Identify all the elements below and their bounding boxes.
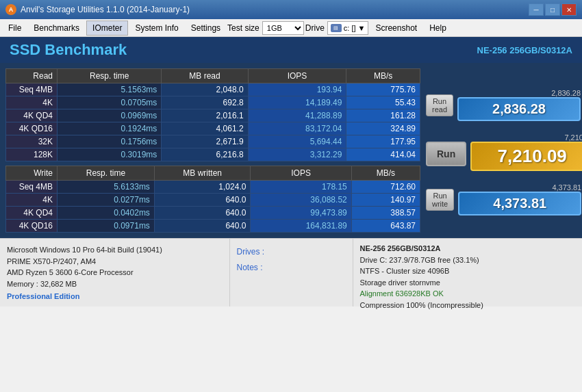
drive-button[interactable]: ▤ c: [] ▼ [327,21,369,35]
row-mbs: 177.95 [346,135,420,148]
row-label: 4K QD16 [6,220,58,233]
read-col-mbs: MB/s [346,69,420,83]
row-iops: 14,189.49 [248,96,346,109]
drive-alignment: Alignment 636928KB OK [360,288,576,300]
row-mb: 4,061.2 [162,122,248,135]
row-iops: 164,831.89 [251,220,351,233]
bottom-panel: Microsoft Windows 10 Pro 64-bit Build (1… [0,238,582,306]
run-read-button[interactable]: Run read [426,94,453,116]
row-mbs: 775.76 [346,83,420,96]
minimize-button[interactable]: ─ [529,3,544,16]
drive-detail-name: NE-256 256GB/S0312A [360,243,576,254]
row-resp: 0.0705ms [58,96,162,109]
close-button[interactable]: ✕ [561,3,577,16]
bottom-system-info: Microsoft Windows 10 Pro 64-bit Build (1… [0,239,230,306]
row-resp: 0.0971ms [58,220,155,233]
run-write-button[interactable]: Run write [426,189,454,211]
drive-label: Drive [305,23,325,33]
row-iops: 3,312.29 [248,148,346,161]
table-row: 4K QD4 0.0969ms 2,016.1 41,288.89 161.28 [6,109,420,122]
menu-iometer[interactable]: IOmeter [86,21,128,36]
read-score-section: Run read 2,836.28 2,836.28 [426,89,581,121]
sysinfo-line3: AMD Ryzen 5 3600 6-Core Processor [7,267,223,278]
row-mb: 640.0 [154,194,251,207]
write-score-section: Run write 4,373.81 4,373.81 [426,183,581,215]
write-score-box: 4,373.81 [458,192,581,215]
row-iops: 193.94 [248,83,346,96]
table-row: 32K 0.1756ms 2,671.9 5,694.44 177.95 [6,135,420,148]
drive-value: c: [] [344,24,356,32]
menu-benchmarks[interactable]: Benchmarks [28,21,85,35]
row-mb: 692.8 [162,96,248,109]
drive-detail-ntfs: NTFS - Cluster size 4096B [360,265,576,277]
run-total-row: Run 7,210.09 7,210.09 [426,133,582,171]
drive-detail-free: Drive C: 237.9/78.7GB free (33.1%) [360,254,576,266]
row-label: 4K QD16 [6,122,58,135]
drive-dropdown-icon: ▼ [358,24,366,32]
menu-screenshot[interactable]: Screenshot [370,21,422,35]
maximize-button[interactable]: □ [545,3,560,16]
table-row: 4K QD16 0.0971ms 640.0 164,831.89 643.87 [6,220,420,233]
read-score-box: 2,836.28 [457,97,581,121]
table-row: Seq 4MB 5.6133ms 1,024.0 178.15 712.60 [6,181,420,194]
write-col-label: Write [6,166,58,181]
row-label: Seq 4MB [6,181,58,194]
menu-file[interactable]: File [3,21,27,35]
app-icon: A [5,4,16,15]
window-controls: ─ □ ✕ [529,3,577,16]
row-resp: 0.0277ms [58,194,155,207]
read-col-label: Read [6,69,58,83]
row-mb: 1,024.0 [154,181,251,194]
table-row: Seq 4MB 5.1563ms 2,048.0 193.94 775.76 [6,83,420,96]
bench-table: Read Resp. time MB read IOPS MB/s Seq 4M… [5,68,420,233]
menu-sysinfo[interactable]: System Info [129,21,184,35]
row-mb: 640.0 [154,220,251,233]
row-mb: 640.0 [154,207,251,220]
row-iops: 5,694.44 [248,135,346,148]
sysinfo-line4: Memory : 32,682 MB [7,278,223,290]
bottom-drive-details: NE-256 256GB/S0312A Drive C: 237.9/78.7G… [353,239,583,306]
table-row: 4K QD4 0.0402ms 640.0 99,473.89 388.57 [6,207,420,220]
row-resp: 5.1563ms [58,83,162,96]
menu-settings[interactable]: Settings [186,21,226,35]
row-mbs: 712.60 [351,181,420,194]
testsize-label: Test size [227,23,260,33]
edition-label: Professional Edition [7,291,223,302]
row-resp: 5.6133ms [58,181,155,194]
row-resp: 0.1756ms [58,135,162,148]
read-table: Read Resp. time MB read IOPS MB/s Seq 4M… [5,68,420,161]
total-score-section: Run 7,210.09 7,210.09 [426,133,582,171]
row-mbs: 643.87 [351,220,420,233]
testsize-select[interactable]: 1GB 256MB 4GB [262,21,304,35]
row-iops: 36,088.52 [251,194,351,207]
drives-label: Drives : [237,244,346,260]
drive-detail-driver: Storage driver stornvme [360,277,576,289]
total-score-box-wrap: 7,210.09 7,210.09 [470,133,582,171]
row-label: 4K [6,194,58,207]
total-score-box: 7,210.09 [470,142,582,171]
run-read-row: Run read 2,836.28 2,836.28 [426,89,581,121]
row-mbs: 324.89 [346,122,420,135]
row-mbs: 55.43 [346,96,420,109]
table-row: 128K 0.3019ms 6,216.8 3,312.29 414.04 [6,148,420,161]
read-col-mb: MB read [162,69,248,83]
title-bar-left: A Anvil's Storage Utilities 1.1.0 (2014-… [5,4,190,15]
title-bar: A Anvil's Storage Utilities 1.1.0 (2014-… [0,0,582,19]
write-score-label: 4,373.81 [552,183,581,192]
row-iops: 41,288.89 [248,109,346,122]
table-row: 4K 0.0277ms 640.0 36,088.52 140.97 [6,194,420,207]
write-col-resp: Resp. time [58,166,155,181]
bench-area: Read Resp. time MB read IOPS MB/s Seq 4M… [0,63,582,238]
row-resp: 0.3019ms [58,148,162,161]
write-col-mbs: MB/s [351,166,420,181]
write-col-iops: IOPS [251,166,351,181]
menu-help[interactable]: Help [424,21,452,35]
sysinfo-line1: Microsoft Windows 10 Pro 64-bit Build (1… [7,244,223,256]
app-header: SSD Benchmark NE-256 256GB/S0312A [0,37,582,63]
run-button[interactable]: Run [426,142,466,166]
row-mbs: 140.97 [351,194,420,207]
read-score-value: 2,836.28 [492,101,546,116]
write-table-header: Write Resp. time MB written IOPS MB/s [6,166,420,181]
read-table-header: Read Resp. time MB read IOPS MB/s [6,69,420,83]
app-header-title: SSD Benchmark [10,41,127,59]
